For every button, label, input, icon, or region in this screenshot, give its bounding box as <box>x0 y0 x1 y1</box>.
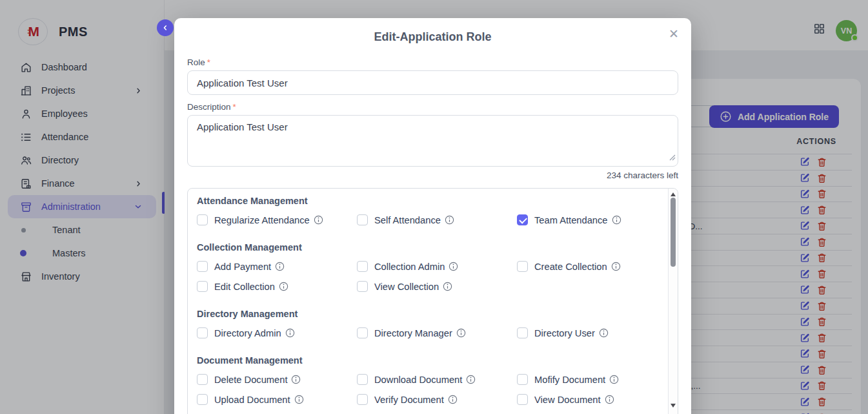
description-label: Description* <box>187 102 678 112</box>
info-icon[interactable] <box>612 215 621 225</box>
permission-label: Upload Document <box>214 395 290 405</box>
permission-item-directory-user[interactable]: Directory User <box>517 327 677 338</box>
checkbox[interactable] <box>197 394 208 405</box>
permission-label: Add Payment <box>214 262 271 272</box>
checkbox[interactable] <box>197 374 208 385</box>
info-icon[interactable] <box>279 282 288 291</box>
checkbox[interactable] <box>357 374 368 385</box>
permission-group-title: Collection Management <box>197 242 656 253</box>
checkbox[interactable] <box>197 261 208 272</box>
checkbox[interactable] <box>357 281 368 292</box>
permission-label: View Collection <box>374 282 439 292</box>
permission-item-team-attendance[interactable]: Team Attendance <box>517 214 677 225</box>
info-icon[interactable] <box>294 395 304 404</box>
info-icon[interactable] <box>599 328 609 338</box>
info-icon[interactable] <box>456 328 466 338</box>
info-icon[interactable] <box>448 395 458 404</box>
permission-item-view-collection[interactable]: View Collection <box>357 281 517 292</box>
checkbox[interactable] <box>357 327 368 338</box>
permission-label: Directory User <box>534 328 595 338</box>
chevron-left-icon <box>161 24 169 32</box>
permission-item-collection-admin[interactable]: Collection Admin <box>357 261 517 272</box>
permission-label: Edit Collection <box>214 282 275 292</box>
permission-label: Mofify Document <box>534 375 605 385</box>
permission-group: Directory ManagementDirectory AdminDirec… <box>197 309 656 338</box>
permission-item-verify-document[interactable]: Verify Document <box>357 394 517 405</box>
screen: :M PMS DashboardProjectsEmployeesAttenda… <box>0 0 868 414</box>
role-input[interactable] <box>187 70 678 95</box>
modal-title: Edit-Application Role <box>187 30 678 44</box>
permission-item-edit-collection[interactable]: Edit Collection <box>197 281 357 292</box>
required-asterisk: * <box>207 57 210 67</box>
permission-grid: Delete DocumentDownload DocumentMofify D… <box>197 374 656 405</box>
permission-item-download-document[interactable]: Download Document <box>357 374 517 385</box>
info-icon[interactable] <box>314 215 323 225</box>
info-icon[interactable] <box>275 262 285 271</box>
permission-item-directory-admin[interactable]: Directory Admin <box>197 327 357 338</box>
edit-application-role-modal: Edit-Application Role ✕ Role* Descriptio… <box>174 18 691 414</box>
checkbox[interactable] <box>517 327 528 338</box>
checkbox[interactable] <box>357 261 368 272</box>
permission-group: Attendance ManagementRegularize Attendan… <box>197 196 656 225</box>
permission-label: Delete Document <box>214 375 287 385</box>
permission-label: Regularize Attendance <box>214 215 310 225</box>
permission-item-add-payment[interactable]: Add Payment <box>197 261 357 272</box>
info-icon[interactable] <box>449 262 458 271</box>
info-icon[interactable] <box>445 215 454 225</box>
permission-item-create-collection[interactable]: Create Collection <box>517 261 677 272</box>
permission-item-regularize-attendance[interactable]: Regularize Attendance <box>197 214 357 225</box>
scrollbar[interactable] <box>668 189 678 414</box>
close-icon[interactable]: ✕ <box>665 26 682 43</box>
permission-group-title: Document Management <box>197 355 656 366</box>
permission-group-title: Directory Management <box>197 309 656 319</box>
role-label: Role* <box>187 57 678 67</box>
info-icon[interactable] <box>466 375 476 384</box>
permission-groups: Attendance ManagementRegularize Attendan… <box>188 189 678 411</box>
permission-group: Collection ManagementAdd PaymentCollecti… <box>197 242 656 292</box>
required-asterisk: * <box>233 102 236 112</box>
checkbox[interactable] <box>197 214 208 225</box>
permission-item-delete-document[interactable]: Delete Document <box>197 374 357 385</box>
permission-grid: Regularize AttendanceSelf AttendanceTeam… <box>197 214 656 225</box>
info-icon[interactable] <box>609 375 619 384</box>
permission-label: Create Collection <box>534 262 607 272</box>
permission-item-mofify-document[interactable]: Mofify Document <box>517 374 677 385</box>
permission-item-upload-document[interactable]: Upload Document <box>197 394 357 405</box>
permission-label: Team Attendance <box>534 215 608 225</box>
permission-label: Directory Manager <box>374 328 452 338</box>
permission-label: Collection Admin <box>374 262 445 272</box>
scrollbar-thumb[interactable] <box>671 198 676 267</box>
sidebar-collapse-button[interactable] <box>157 19 174 36</box>
checkbox[interactable] <box>357 214 368 225</box>
permission-item-directory-manager[interactable]: Directory Manager <box>357 327 517 338</box>
characters-left: 234 characters left <box>187 171 678 180</box>
permission-label: Self Attendance <box>374 215 441 225</box>
checkbox[interactable] <box>197 327 208 338</box>
permission-item-view-document[interactable]: View Document <box>517 394 677 405</box>
info-icon[interactable] <box>291 375 301 384</box>
permission-item-self-attendance[interactable]: Self Attendance <box>357 214 517 225</box>
permission-label: Verify Document <box>374 395 444 405</box>
checkbox[interactable] <box>357 394 368 405</box>
info-icon[interactable] <box>605 395 614 404</box>
checkbox-checked[interactable] <box>517 214 528 225</box>
scroll-down-arrow-icon[interactable] <box>671 404 676 408</box>
permissions-panel: Attendance ManagementRegularize Attendan… <box>187 188 678 414</box>
description-textarea[interactable]: Application Test User <box>187 115 678 167</box>
permission-label: View Document <box>534 395 601 405</box>
permission-group: Document ManagementDelete DocumentDownlo… <box>197 355 656 405</box>
checkbox[interactable] <box>517 261 528 272</box>
info-icon[interactable] <box>443 282 452 291</box>
permission-grid: Add PaymentCollection AdminCreate Collec… <box>197 261 656 292</box>
permission-group-title: Attendance Management <box>197 196 656 206</box>
permission-grid: Directory AdminDirectory ManagerDirector… <box>197 327 656 338</box>
info-icon[interactable] <box>611 262 621 271</box>
info-icon[interactable] <box>285 328 295 338</box>
checkbox[interactable] <box>517 374 528 385</box>
checkbox[interactable] <box>517 394 528 405</box>
permission-label: Directory Admin <box>214 328 281 338</box>
permission-label: Download Document <box>374 375 462 385</box>
scroll-up-arrow-icon[interactable] <box>671 192 676 196</box>
checkbox[interactable] <box>197 281 208 292</box>
